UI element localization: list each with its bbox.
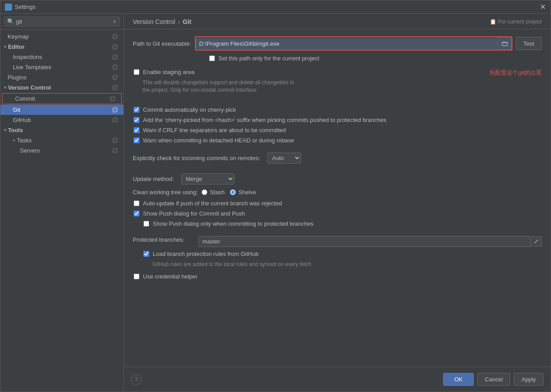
help-button[interactable]: ? bbox=[131, 374, 142, 385]
svg-rect-11 bbox=[114, 85, 117, 89]
sidebar-item-plugins[interactable]: Plugins bbox=[0, 72, 123, 82]
sidebar-item-live-templates[interactable]: Live Templates bbox=[0, 62, 123, 72]
main-content: 🔍 ✕ Keymap ▾ Editor bbox=[0, 14, 551, 392]
show-push-row: Show Push dialog for Commit and Push bbox=[133, 210, 542, 217]
warn-crlf-checkbox[interactable] bbox=[134, 127, 139, 133]
sidebar-section-version-control[interactable]: ▾ Version Control bbox=[0, 82, 123, 93]
sidebar-item-servers[interactable]: Servers bbox=[0, 145, 123, 156]
sidebar-item-github[interactable]: GitHub bbox=[0, 115, 123, 125]
clean-working-tree-row: Clean working tree using: Stash Shelve bbox=[133, 189, 542, 196]
breadcrumb-part1: Version Control bbox=[133, 18, 175, 25]
warn-detached-label: Warn when committing in detached HEAD or… bbox=[143, 137, 294, 144]
enable-staging-checkbox[interactable] bbox=[134, 69, 139, 75]
incoming-commits-select[interactable]: Auto Always Never bbox=[267, 153, 301, 164]
shelve-radio[interactable] bbox=[230, 189, 236, 195]
for-current-project: 📋 For current project bbox=[490, 19, 542, 25]
show-push-checkbox[interactable] bbox=[134, 211, 139, 216]
search-icon: 🔍 bbox=[7, 18, 14, 25]
cancel-button[interactable]: Cancel bbox=[477, 373, 510, 386]
sidebar-item-inspections[interactable]: Inspections bbox=[0, 52, 123, 62]
show-push-only-checkbox[interactable] bbox=[143, 221, 149, 227]
stash-option: Stash bbox=[202, 189, 225, 196]
svg-rect-10 bbox=[113, 86, 116, 90]
sidebar-item-label: Tools bbox=[8, 127, 23, 133]
browse-button[interactable] bbox=[498, 37, 511, 50]
clean-working-tree-label: Clean working tree using: bbox=[133, 189, 198, 196]
sidebar-section-editor[interactable]: ▾ Editor bbox=[0, 42, 123, 52]
protected-branches-expand[interactable]: ⤢ bbox=[531, 236, 542, 247]
annotation-text: 先配置这个git的位置 bbox=[489, 69, 542, 77]
use-credential-row: Use credential helper bbox=[133, 273, 542, 280]
close-button[interactable]: ✕ bbox=[539, 4, 546, 11]
commit-cherry-pick-checkbox[interactable] bbox=[134, 107, 139, 113]
clean-working-tree-options: Stash Shelve bbox=[202, 189, 256, 196]
svg-rect-5 bbox=[114, 55, 117, 59]
copy-icon bbox=[112, 85, 118, 91]
sidebar: 🔍 ✕ Keymap ▾ Editor bbox=[0, 14, 124, 392]
sidebar-item-label: Editor bbox=[8, 43, 25, 50]
title-bar: Settings ✕ bbox=[0, 0, 551, 14]
stash-radio[interactable] bbox=[202, 189, 207, 195]
sidebar-item-label: Git bbox=[13, 106, 20, 113]
sidebar-item-label: Tasks bbox=[17, 137, 32, 144]
svg-rect-22 bbox=[502, 42, 507, 46]
collapse-arrow-editor: ▾ bbox=[4, 44, 6, 49]
settings-window: Settings ✕ 🔍 ✕ Keymap bbox=[0, 0, 551, 392]
panel-body: Path to Git executable: Test Set this pa… bbox=[124, 29, 551, 367]
collapse-arrow-vc: ▾ bbox=[4, 85, 6, 90]
load-rules-checkbox[interactable] bbox=[143, 251, 149, 257]
svg-rect-14 bbox=[113, 108, 116, 112]
auto-update-checkbox[interactable] bbox=[134, 200, 139, 206]
enable-staging-hint: This will disable changelists support an… bbox=[143, 79, 294, 94]
test-button[interactable]: Test bbox=[516, 37, 542, 50]
warn-detached-checkbox[interactable] bbox=[134, 137, 139, 143]
load-rules-hint: GitHub rules are added to the local rule… bbox=[152, 261, 542, 268]
search-input[interactable] bbox=[16, 18, 112, 25]
warn-crlf-row: Warn if CRLF line separators are about t… bbox=[133, 127, 542, 133]
ok-button[interactable]: OK bbox=[443, 373, 474, 386]
stash-label: Stash bbox=[210, 189, 225, 196]
set-path-only-label: Set this path only for the current proje… bbox=[218, 55, 319, 62]
copy-icon bbox=[112, 64, 118, 71]
clear-search-icon[interactable]: ✕ bbox=[112, 19, 117, 25]
sidebar-item-git[interactable]: Git bbox=[0, 105, 123, 115]
svg-rect-3 bbox=[114, 44, 117, 48]
svg-rect-18 bbox=[113, 139, 116, 143]
path-input[interactable] bbox=[196, 38, 498, 49]
svg-rect-12 bbox=[111, 97, 114, 101]
sidebar-item-commit[interactable]: Commit bbox=[2, 93, 122, 104]
apply-button[interactable]: Apply bbox=[514, 373, 543, 386]
svg-rect-21 bbox=[114, 148, 117, 152]
sidebar-nav: Keymap ▾ Editor Inspections Live Templ bbox=[0, 30, 123, 392]
sidebar-section-tasks[interactable]: ▾ Tasks bbox=[0, 135, 123, 145]
panel-header: Version Control › Git 📋 For current proj… bbox=[124, 14, 551, 29]
load-rules-label: Load branch protection rules from GitHub bbox=[153, 251, 258, 257]
shelve-option: Shelve bbox=[230, 189, 256, 196]
update-method-row: Update method: Merge Rebase Branch Defau… bbox=[133, 173, 542, 184]
sidebar-item-label: Servers bbox=[20, 147, 40, 154]
sidebar-item-label: Plugins bbox=[8, 74, 27, 81]
use-credential-checkbox[interactable] bbox=[134, 274, 139, 279]
breadcrumb-part2: Git bbox=[182, 18, 191, 25]
protected-branches-input[interactable] bbox=[198, 236, 531, 247]
svg-rect-13 bbox=[111, 96, 115, 100]
path-label: Path to Git executable: bbox=[133, 40, 191, 47]
load-rules-row: Load branch protection rules from GitHub bbox=[143, 251, 542, 257]
cherry-picked-suffix-checkbox[interactable] bbox=[134, 117, 139, 123]
svg-rect-7 bbox=[114, 65, 117, 69]
use-credential-label: Use credential helper bbox=[143, 273, 198, 280]
update-method-select[interactable]: Merge Rebase Branch Default bbox=[181, 173, 234, 184]
svg-rect-19 bbox=[114, 138, 117, 142]
copy-icon bbox=[112, 34, 118, 40]
set-path-only-row: Set this path only for the current proje… bbox=[208, 55, 542, 62]
set-path-only-checkbox[interactable] bbox=[209, 55, 215, 61]
warn-detached-row: Warn when committing in detached HEAD or… bbox=[133, 137, 542, 144]
commit-cherry-pick-row: Commit automatically on cherry-pick bbox=[133, 106, 542, 113]
sidebar-item-label: Inspections bbox=[13, 54, 42, 60]
cherry-picked-suffix-label: Add the 'cherry-picked from <hash>' suff… bbox=[143, 117, 386, 123]
sidebar-item-label: Commit bbox=[15, 95, 35, 102]
svg-rect-0 bbox=[113, 35, 116, 39]
sidebar-item-keymap[interactable]: Keymap bbox=[0, 31, 123, 42]
copy-icon bbox=[112, 107, 118, 113]
sidebar-section-tools[interactable]: ▾ Tools bbox=[0, 125, 123, 135]
